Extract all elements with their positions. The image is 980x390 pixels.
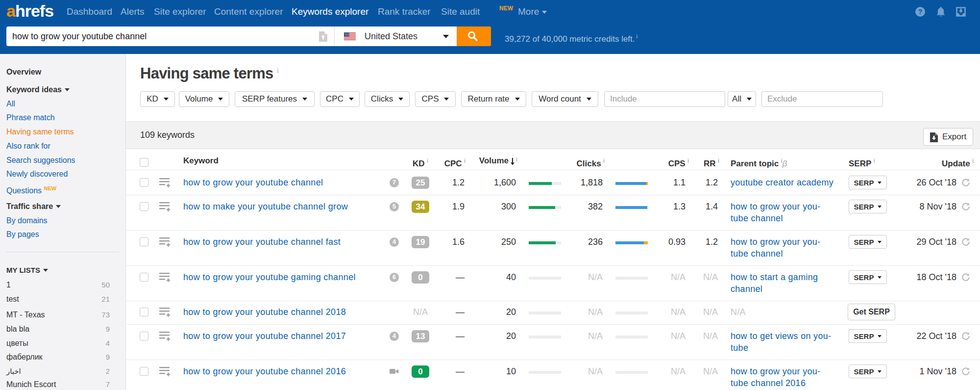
svg-text:?: ? bbox=[918, 8, 923, 16]
